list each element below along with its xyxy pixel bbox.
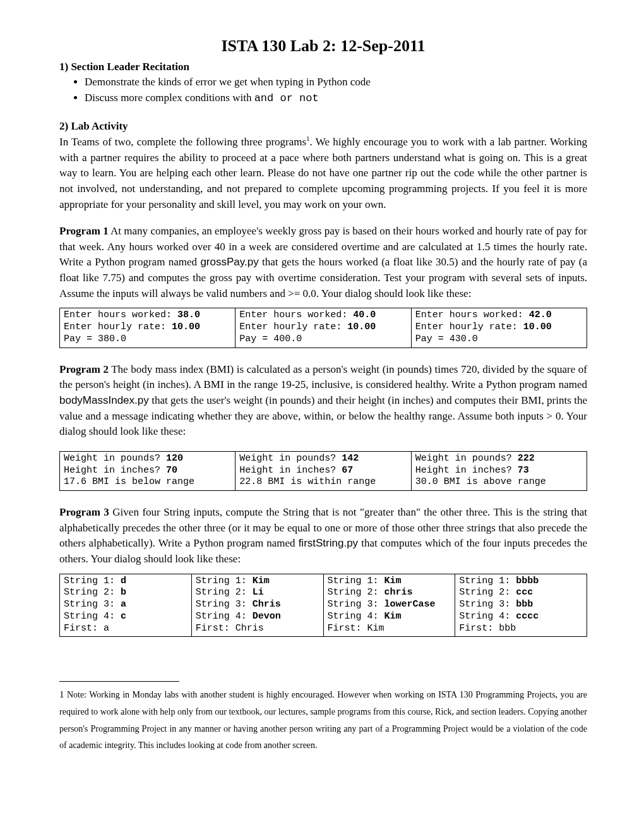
dialog-label: First: a <box>64 623 109 634</box>
dialog-label: Enter hourly rate: <box>239 322 347 332</box>
dialog-cell: String 1: KimString 2: LiString 3: Chris… <box>191 574 323 637</box>
dialog-label: Weight in pounds? <box>415 453 518 464</box>
footnote-number: 1 <box>59 689 64 699</box>
dialog-line: String 4: Kim <box>328 611 451 623</box>
dialog-line: Enter hourly rate: 10.00 <box>64 322 231 334</box>
dialog-line: Weight in pounds? 222 <box>415 453 583 465</box>
dialog-cell: String 1: KimString 2: chrisString 3: lo… <box>323 574 455 637</box>
program-2-dialog-table: Weight in pounds? 120Height in inches? 7… <box>59 451 587 491</box>
dialog-line: String 2: Li <box>196 587 319 599</box>
dialog-label: Weight in pounds? <box>239 453 342 464</box>
dialog-label: String 3: <box>64 599 121 610</box>
dialog-label: String 1: <box>328 576 385 586</box>
dialog-value: Devon <box>253 611 281 622</box>
dialog-value: 10.00 <box>172 322 200 332</box>
dialog-label: String 1: <box>64 576 121 586</box>
dialog-label: String 3: <box>328 599 385 610</box>
program-2-paragraph: Program 2 The body mass index (BMI) is c… <box>59 362 587 440</box>
dialog-label: 22.8 BMI is within range <box>239 476 376 487</box>
dialog-value: Li <box>253 587 264 598</box>
program-3-lead: Program 3 <box>59 506 109 518</box>
dialog-label: First: Chris <box>196 623 264 634</box>
dialog-value: Kim <box>253 576 270 586</box>
dialog-label: String 2: <box>328 587 385 598</box>
dialog-value: chris <box>385 587 413 598</box>
dialog-label: Pay = 380.0 <box>64 334 126 344</box>
dialog-label: 17.6 BMI is below range <box>64 476 194 487</box>
dialog-line: String 4: c <box>64 611 188 623</box>
dialog-line: String 3: bbb <box>459 599 583 611</box>
dialog-cell: Enter hours worked: 38.0Enter hourly rat… <box>60 308 236 348</box>
dialog-line: Height in inches? 73 <box>415 465 583 477</box>
dialog-value: 70 <box>166 465 177 476</box>
dialog-line: String 1: bbbb <box>459 576 583 588</box>
dialog-label: String 1: <box>196 576 253 586</box>
dialog-value: 222 <box>518 453 535 464</box>
dialog-cell: Enter hours worked: 42.0Enter hourly rat… <box>411 308 587 348</box>
dialog-label: String 3: <box>196 599 253 610</box>
dialog-line: Height in inches? 67 <box>239 465 407 477</box>
dialog-label: String 3: <box>459 599 516 610</box>
dialog-label: Height in inches? <box>239 465 342 476</box>
dialog-value: 67 <box>342 465 353 476</box>
dialog-label: Enter hourly rate: <box>415 322 523 332</box>
dialog-line: Pay = 400.0 <box>239 334 407 346</box>
dialog-line: String 4: Devon <box>196 611 319 623</box>
dialog-label: Enter hours worked: <box>415 310 529 320</box>
dialog-line: First: a <box>64 623 188 635</box>
dialog-cell: Weight in pounds? 120Height in inches? 7… <box>60 451 236 490</box>
dialog-line: Weight in pounds? 142 <box>239 453 407 465</box>
dialog-line: String 1: Kim <box>328 576 451 588</box>
dialog-value: 38.0 <box>177 310 200 320</box>
page-title: ISTA 130 Lab 2: 12-Sep-2011 <box>59 37 587 56</box>
dialog-line: Pay = 380.0 <box>64 334 231 346</box>
dialog-cell: String 1: dString 2: bString 3: aString … <box>60 574 192 637</box>
dialog-cell: Weight in pounds? 142Height in inches? 6… <box>236 451 411 490</box>
section-1-heading: 1) Section Leader Recitation <box>59 61 587 73</box>
dialog-line: String 2: chris <box>328 587 451 599</box>
dialog-label: String 4: <box>196 611 253 622</box>
dialog-label: String 2: <box>459 587 516 598</box>
dialog-line: Enter hours worked: 38.0 <box>64 310 231 322</box>
dialog-line: First: Kim <box>328 623 451 635</box>
dialog-value: bbb <box>516 599 533 610</box>
dialog-line: Enter hours worked: 40.0 <box>239 310 407 322</box>
dialog-value: 10.00 <box>523 322 552 332</box>
dialog-value: 73 <box>518 465 529 476</box>
dialog-value: 10.00 <box>347 322 376 332</box>
dialog-line: 30.0 BMI is above range <box>415 476 583 488</box>
program-2-lead: Program 2 <box>59 363 109 375</box>
dialog-line: Height in inches? 70 <box>64 465 231 477</box>
dialog-value: 120 <box>166 453 183 464</box>
dialog-line: String 3: a <box>64 599 188 611</box>
dialog-line: Weight in pounds? 120 <box>64 453 231 465</box>
dialog-value: lowerCase <box>385 599 436 610</box>
footnote: 1 Note: Working in Monday labs with anot… <box>59 686 587 754</box>
dialog-value: c <box>121 611 126 622</box>
section-1-bullets: Demonstrate the kinds of error we get wh… <box>59 75 587 106</box>
page: ISTA 130 Lab 2: 12-Sep-2011 1) Section L… <box>0 0 644 792</box>
dialog-label: String 1: <box>459 576 516 586</box>
dialog-line: 17.6 BMI is below range <box>64 476 231 488</box>
bullet-item: Demonstrate the kinds of error we get wh… <box>85 75 587 90</box>
dialog-label: String 4: <box>328 611 385 622</box>
dialog-value: Kim <box>385 611 402 622</box>
dialog-line: String 2: ccc <box>459 587 583 599</box>
program-3-paragraph: Program 3 Given four String inputs, comp… <box>59 505 587 567</box>
dialog-cell: Enter hours worked: 40.0Enter hourly rat… <box>236 308 411 348</box>
dialog-label: Enter hourly rate: <box>64 322 172 332</box>
dialog-line: First: bbb <box>459 623 583 635</box>
program-1-filename: grossPay.py <box>200 256 258 268</box>
dialog-value: Chris <box>253 599 281 610</box>
intro-text-a: In Teams of two, complete the following … <box>59 136 306 148</box>
dialog-line: String 3: Chris <box>196 599 319 611</box>
dialog-label: Weight in pounds? <box>64 453 166 464</box>
dialog-line: String 2: b <box>64 587 188 599</box>
program-1-lead: Program 1 <box>59 225 109 237</box>
dialog-line: Enter hourly rate: 10.00 <box>415 322 583 334</box>
dialog-label: String 2: <box>196 587 253 598</box>
dialog-label: String 2: <box>64 587 121 598</box>
footnote-text: Note: Working in Monday labs with anothe… <box>59 690 587 750</box>
dialog-line: String 3: lowerCase <box>328 599 451 611</box>
dialog-label: String 4: <box>459 611 516 622</box>
